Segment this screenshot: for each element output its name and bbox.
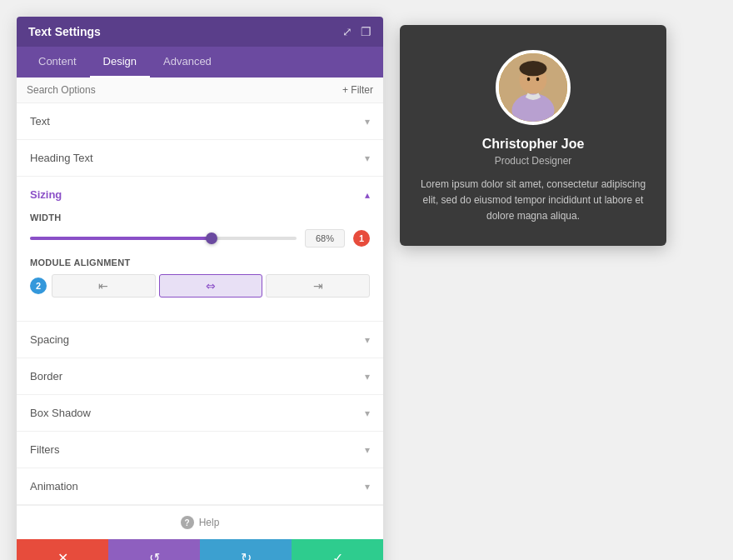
alignment-row: 2 ⇤ ⇔ ⇥ — [30, 274, 370, 298]
slider-row: 68% 1 — [30, 229, 370, 248]
tab-advanced[interactable]: Advanced — [150, 47, 225, 78]
redo-button[interactable]: ↻ — [200, 539, 292, 560]
width-badge: 1 — [353, 230, 370, 247]
slider-fill — [30, 237, 212, 240]
bottom-bar: ✕ ↺ ↻ ✓ — [17, 539, 383, 560]
width-slider[interactable] — [30, 237, 297, 240]
profile-role: Product Designer — [495, 155, 572, 167]
undo-button[interactable]: ↺ — [108, 539, 200, 560]
accordion-text-label: Text — [30, 115, 50, 128]
accordion-filters-label: Filters — [30, 443, 59, 456]
accordion-box-shadow-arrow: ▾ — [365, 408, 370, 419]
save-button[interactable]: ✓ — [292, 539, 383, 560]
accordion-text: Text ▾ — [17, 103, 383, 140]
accordion-heading-text: Heading Text ▾ — [17, 140, 383, 177]
accordion-spacing-arrow: ▾ — [365, 334, 370, 346]
slider-thumb[interactable] — [206, 232, 217, 244]
svg-point-4 — [527, 78, 531, 82]
alignment-field-row: Module Alignment 2 ⇤ ⇔ ⇥ — [30, 258, 370, 298]
help-label[interactable]: Help — [199, 517, 220, 528]
svg-point-5 — [536, 78, 540, 82]
accordion-list: Text ▾ Heading Text ▾ Sizing ▴ Width — [17, 103, 383, 539]
accordion-sizing: Sizing ▴ Width 68% 1 — [17, 177, 383, 322]
accordion-filters-header[interactable]: Filters ▾ — [17, 432, 383, 468]
accordion-filters-arrow: ▾ — [365, 444, 370, 456]
width-label: Width — [30, 212, 370, 222]
collapse-icon[interactable]: ❐ — [361, 25, 371, 38]
panel-header-icons: ⤢ ❐ — [342, 25, 371, 38]
accordion-box-shadow-header[interactable]: Box Shadow ▾ — [17, 395, 383, 431]
alignment-label: Module Alignment — [30, 258, 370, 268]
svg-point-3 — [520, 61, 547, 76]
panel-header: Text Settings ⤢ ❐ — [17, 17, 383, 47]
filter-label: + Filter — [342, 84, 373, 96]
accordion-animation: Animation ▾ — [17, 468, 383, 505]
accordion-filters: Filters ▾ — [17, 432, 383, 468]
accordion-heading-text-label: Heading Text — [30, 152, 93, 164]
cancel-icon: ✕ — [57, 550, 68, 561]
search-input[interactable] — [27, 84, 342, 96]
accordion-sizing-label: Sizing — [30, 188, 62, 201]
accordion-spacing-label: Spacing — [30, 333, 69, 346]
undo-icon: ↺ — [149, 550, 160, 561]
accordion-animation-header[interactable]: Animation ▾ — [17, 468, 383, 504]
accordion-heading-text-arrow: ▾ — [365, 152, 370, 164]
settings-panel: Text Settings ⤢ ❐ Content Design Advance… — [17, 17, 383, 560]
help-row: ? Help — [17, 505, 383, 539]
accordion-box-shadow-label: Box Shadow — [30, 407, 91, 419]
tabs-bar: Content Design Advanced — [17, 47, 383, 78]
align-right-btn[interactable]: ⇥ — [266, 274, 370, 298]
width-field-row: Width 68% 1 — [30, 212, 370, 248]
accordion-spacing: Spacing ▾ — [17, 322, 383, 358]
profile-name: Christopher Joe — [482, 137, 585, 152]
cancel-button[interactable]: ✕ — [17, 539, 108, 560]
expand-icon[interactable]: ⤢ — [342, 25, 352, 38]
panel-title: Text Settings — [28, 25, 101, 38]
save-icon: ✓ — [332, 550, 343, 561]
search-bar: + Filter — [17, 78, 383, 103]
avatar — [496, 50, 571, 125]
accordion-border-label: Border — [30, 370, 62, 382]
alignment-badge: 2 — [30, 278, 47, 294]
redo-icon: ↻ — [241, 550, 252, 561]
tab-design[interactable]: Design — [90, 47, 150, 78]
accordion-sizing-content: Width 68% 1 Module Alignment 2 — [17, 212, 383, 321]
profile-card: Christopher Joe Product Designer Lorem i… — [400, 25, 666, 246]
accordion-border-header[interactable]: Border ▾ — [17, 358, 383, 394]
accordion-animation-arrow: ▾ — [365, 481, 370, 492]
align-center-btn[interactable]: ⇔ — [159, 274, 263, 298]
accordion-spacing-header[interactable]: Spacing ▾ — [17, 322, 383, 358]
accordion-text-arrow: ▾ — [365, 116, 370, 128]
accordion-animation-label: Animation — [30, 480, 78, 492]
width-value[interactable]: 68% — [305, 229, 345, 248]
accordion-sizing-arrow: ▴ — [365, 189, 370, 201]
accordion-sizing-header[interactable]: Sizing ▴ — [17, 177, 383, 212]
accordion-border-arrow: ▾ — [365, 371, 370, 382]
accordion-box-shadow: Box Shadow ▾ — [17, 395, 383, 432]
profile-bio: Lorem ipsum dolor sit amet, consectetur … — [416, 177, 650, 225]
accordion-border: Border ▾ — [17, 358, 383, 395]
tab-content[interactable]: Content — [25, 47, 90, 78]
help-icon: ? — [181, 516, 194, 529]
align-buttons: ⇤ ⇔ ⇥ — [52, 274, 370, 298]
filter-button[interactable]: + Filter — [342, 84, 373, 96]
align-left-btn[interactable]: ⇤ — [52, 274, 156, 298]
accordion-heading-text-header[interactable]: Heading Text ▾ — [17, 140, 383, 176]
accordion-text-header[interactable]: Text ▾ — [17, 103, 383, 139]
